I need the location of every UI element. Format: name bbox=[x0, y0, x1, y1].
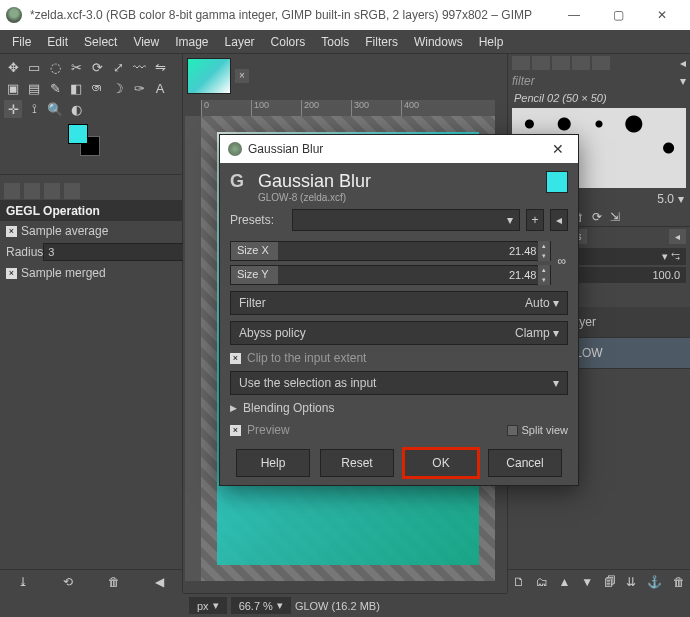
dock-menu-icon[interactable]: ◂ bbox=[669, 229, 686, 244]
menu-windows[interactable]: Windows bbox=[406, 32, 471, 52]
maximize-button[interactable]: ▢ bbox=[596, 0, 640, 30]
menu-layer[interactable]: Layer bbox=[217, 32, 263, 52]
tool-options-tab-icon[interactable] bbox=[4, 183, 20, 199]
reset-tool-preset-icon[interactable]: ◀ bbox=[155, 575, 164, 589]
zoom-selector[interactable]: 66.7 % ▾ bbox=[231, 597, 291, 614]
reset-button[interactable]: Reset bbox=[320, 449, 394, 477]
smudge-tool-icon[interactable]: ☽ bbox=[109, 79, 127, 97]
refresh-brush-icon[interactable]: ⟳ bbox=[592, 210, 602, 224]
dialog-close-icon[interactable]: ✕ bbox=[546, 141, 570, 157]
add-preset-button[interactable]: + bbox=[526, 209, 544, 231]
undo-history-tab-icon[interactable] bbox=[44, 183, 60, 199]
size-x-slider[interactable]: Size X 21.48 ▴▾ bbox=[230, 241, 551, 261]
zoom-tool-icon[interactable]: 🔍 bbox=[46, 100, 64, 118]
ok-button[interactable]: OK bbox=[404, 449, 478, 477]
chevron-down-icon[interactable]: ▾ bbox=[678, 192, 684, 206]
gradient-tool-icon[interactable]: ▤ bbox=[25, 79, 43, 97]
manage-preset-button[interactable]: ◂ bbox=[550, 209, 568, 231]
size-y-value[interactable]: 21.48 bbox=[492, 269, 538, 281]
clip-extent-checkbox[interactable]: × bbox=[230, 353, 241, 364]
color-picker-tool-icon[interactable]: ✛ bbox=[4, 100, 22, 118]
chain-link-icon[interactable]: ∞ bbox=[555, 254, 568, 268]
menu-image[interactable]: Image bbox=[167, 32, 216, 52]
radius-input[interactable] bbox=[43, 243, 191, 261]
menu-select[interactable]: Select bbox=[76, 32, 125, 52]
menu-view[interactable]: View bbox=[125, 32, 167, 52]
cancel-button[interactable]: Cancel bbox=[488, 449, 562, 477]
warp-tool-icon[interactable]: 〰 bbox=[130, 58, 148, 76]
dock-menu-icon[interactable]: ◂ bbox=[680, 56, 686, 70]
close-button[interactable]: ✕ bbox=[640, 0, 684, 30]
size-x-spin-up[interactable]: ▴ bbox=[538, 241, 550, 251]
size-x-spin-down[interactable]: ▾ bbox=[538, 251, 550, 261]
menu-file[interactable]: File bbox=[4, 32, 39, 52]
patterns-tab-icon[interactable] bbox=[532, 56, 550, 70]
preview-checkbox[interactable]: × bbox=[230, 425, 241, 436]
filter-label: Filter bbox=[239, 296, 266, 310]
use-selection-combo[interactable]: Use the selection as input ▾ bbox=[230, 371, 568, 395]
menu-tools[interactable]: Tools bbox=[313, 32, 357, 52]
free-select-tool-icon[interactable]: ◌ bbox=[46, 58, 64, 76]
blending-options-expander[interactable]: ▶ Blending Options bbox=[230, 401, 568, 415]
new-group-icon[interactable]: 🗂 bbox=[536, 575, 548, 589]
rect-select-tool-icon[interactable]: ▭ bbox=[25, 58, 43, 76]
lower-layer-icon[interactable]: ▼ bbox=[581, 575, 593, 589]
dialog-titlebar[interactable]: Gaussian Blur ✕ bbox=[220, 135, 578, 163]
device-status-tab-icon[interactable] bbox=[24, 183, 40, 199]
path-tool-icon[interactable]: ✑ bbox=[130, 79, 148, 97]
flip-tool-icon[interactable]: ⇋ bbox=[151, 58, 169, 76]
sample-average-checkbox[interactable]: × bbox=[6, 226, 17, 237]
history-tab-icon[interactable] bbox=[572, 56, 590, 70]
spacing-value[interactable]: 5.0 bbox=[657, 192, 674, 206]
anchor-layer-icon[interactable]: ⚓ bbox=[647, 575, 662, 589]
new-layer-icon[interactable]: 🗋 bbox=[513, 575, 525, 589]
minimize-button[interactable]: — bbox=[552, 0, 596, 30]
sample-merged-checkbox[interactable]: × bbox=[6, 268, 17, 279]
size-y-slider[interactable]: Size Y 21.48 ▴▾ bbox=[230, 265, 551, 285]
vertical-ruler[interactable] bbox=[185, 116, 201, 581]
clone-tool-icon[interactable]: ෧ bbox=[88, 79, 106, 97]
gegl-tool-icon[interactable]: ◐ bbox=[67, 100, 85, 118]
duplicate-layer-icon[interactable]: 🗐 bbox=[604, 575, 616, 589]
bucket-tool-icon[interactable]: ▣ bbox=[4, 79, 22, 97]
chevron-down-icon[interactable]: ▾ bbox=[680, 74, 686, 88]
split-view-checkbox[interactable] bbox=[507, 425, 518, 436]
merge-down-icon[interactable]: ⇊ bbox=[626, 575, 636, 589]
abyss-policy-combo[interactable]: Abyss policy Clamp ▾ bbox=[230, 321, 568, 345]
rotate-tool-icon[interactable]: ⟳ bbox=[88, 58, 106, 76]
crop-tool-icon[interactable]: ✂ bbox=[67, 58, 85, 76]
help-button[interactable]: Help bbox=[236, 449, 310, 477]
image-tab[interactable]: × bbox=[187, 58, 249, 94]
paint-dynamics-tab-icon[interactable] bbox=[592, 56, 610, 70]
pencil-tool-icon[interactable]: ✎ bbox=[46, 79, 64, 97]
fonts-tab-icon[interactable] bbox=[552, 56, 570, 70]
measure-tool-icon[interactable]: ⟟ bbox=[25, 100, 43, 118]
horizontal-ruler[interactable]: 0 100 200 300 400 bbox=[201, 100, 495, 116]
menu-help[interactable]: Help bbox=[471, 32, 512, 52]
open-as-image-icon[interactable]: ⇲ bbox=[610, 210, 620, 224]
restore-tool-preset-icon[interactable]: ⟲ bbox=[63, 575, 73, 589]
size-y-spin-down[interactable]: ▾ bbox=[538, 275, 550, 285]
move-tool-icon[interactable]: ✥ bbox=[4, 58, 22, 76]
brushes-tab-icon[interactable] bbox=[512, 56, 530, 70]
text-tool-icon[interactable]: A bbox=[151, 79, 169, 97]
fg-color-swatch[interactable] bbox=[68, 124, 88, 144]
delete-layer-icon[interactable]: 🗑 bbox=[673, 575, 685, 589]
menu-edit[interactable]: Edit bbox=[39, 32, 76, 52]
scale-tool-icon[interactable]: ⤢ bbox=[109, 58, 127, 76]
size-y-spin-up[interactable]: ▴ bbox=[538, 265, 550, 275]
image-tab-close-icon[interactable]: × bbox=[235, 69, 249, 83]
raise-layer-icon[interactable]: ▲ bbox=[559, 575, 571, 589]
images-tab-icon[interactable] bbox=[64, 183, 80, 199]
brush-filter-input[interactable]: filter bbox=[512, 74, 680, 88]
size-x-value[interactable]: 21.48 bbox=[492, 245, 538, 257]
save-tool-preset-icon[interactable]: ⤓ bbox=[18, 575, 28, 589]
delete-tool-preset-icon[interactable]: 🗑 bbox=[108, 575, 120, 589]
presets-combo[interactable]: ▾ bbox=[292, 209, 520, 231]
menu-filters[interactable]: Filters bbox=[357, 32, 406, 52]
menu-colors[interactable]: Colors bbox=[263, 32, 314, 52]
unit-selector[interactable]: px ▾ bbox=[189, 597, 227, 614]
filter-combo[interactable]: Filter Auto ▾ bbox=[230, 291, 568, 315]
eraser-tool-icon[interactable]: ◧ bbox=[67, 79, 85, 97]
color-swatches[interactable] bbox=[68, 124, 178, 164]
